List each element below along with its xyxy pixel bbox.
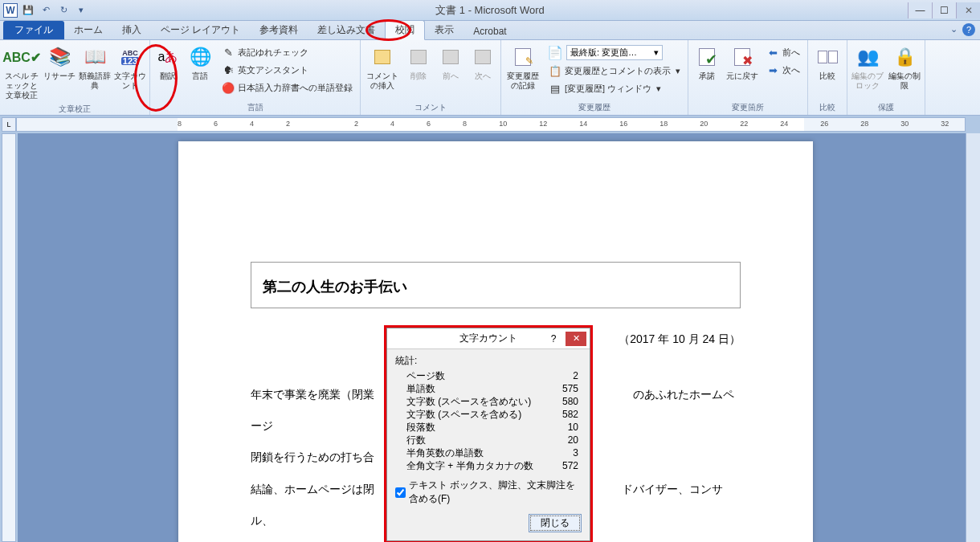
include-footnotes-label: テキスト ボックス、脚注、文末脚注を含める(F) [409, 479, 582, 506]
show-markup-button[interactable]: 📋変更履歴とコメントの表示▾ [545, 62, 684, 79]
ruler-tick: 26 [820, 120, 828, 128]
tab-view[interactable]: 表示 [425, 21, 463, 39]
stat-value: 580 [562, 395, 578, 408]
help-icon[interactable]: ? [962, 23, 975, 36]
tab-selector[interactable]: L [2, 117, 16, 132]
display-mode-combo[interactable]: 最終版: 変更箇…▾ [566, 45, 663, 60]
ruler-tick: 24 [780, 120, 788, 128]
prev-comment-button[interactable]: 前へ [435, 42, 466, 84]
prev-change-button[interactable]: ⬅前へ [763, 43, 803, 61]
prev-comment-label: 前へ [443, 71, 459, 81]
tab-pagelayout[interactable]: ページ レイアウト [151, 21, 250, 39]
group-protect: 👥 編集のブロック 🔒 編集の制限 保護 [847, 40, 925, 115]
consistency-button[interactable]: ✎表記ゆれチェック [218, 43, 356, 61]
dialog-help-button[interactable]: ? [545, 333, 562, 344]
ruler-tick: 6 [427, 120, 431, 128]
tab-home[interactable]: ホーム [64, 21, 112, 39]
compare-button[interactable]: 比較 [811, 42, 844, 84]
insert-comment-button[interactable]: コメントの挿入 [363, 42, 402, 93]
include-footnotes-checkbox[interactable]: テキスト ボックス、脚注、文末脚注を含める(F) [395, 479, 582, 506]
display-mode-value: 最終版: 変更箇… [570, 47, 637, 59]
spellcheck-button[interactable]: ABC✔ スペル チェックと文章校正 [2, 42, 41, 103]
title-bar: W 💾 ↶ ↻ ▾ 文書 1 - Microsoft Word — ☐ ✕ [0, 0, 980, 21]
thesaurus-button[interactable]: 📖 類義語辞典 [78, 42, 112, 93]
delete-comment-label: 削除 [410, 71, 427, 81]
ruler-tick: 4 [250, 120, 254, 128]
stat-label: 全角文字 + 半角カタカナの数 [406, 459, 533, 472]
maximize-button[interactable]: ☐ [932, 2, 956, 18]
track-changes-button[interactable]: ✎ 変更履歴の記録 [504, 42, 542, 93]
minimize-button[interactable]: — [908, 2, 932, 18]
ruler-tick: 28 [860, 120, 868, 128]
group-language-label: 言語 [153, 101, 357, 114]
save-icon[interactable]: 💾 [21, 3, 35, 18]
reviewing-pane-button[interactable]: ▤[変更履歴] ウィンドウ▾ [545, 79, 684, 97]
next-comment-icon [470, 44, 496, 70]
track-changes-label: 変更履歴の記録 [504, 71, 541, 91]
chevron-down-icon: ▾ [676, 66, 680, 76]
vertical-ruler[interactable] [2, 133, 16, 542]
eng-assistant-icon: 🗣 [222, 63, 235, 76]
eng-assistant-button[interactable]: 🗣英文アシスタント [218, 61, 356, 79]
delete-comment-button[interactable]: 削除 [403, 42, 434, 84]
accept-button[interactable]: ✔ 承諾 [691, 42, 723, 84]
stat-value: 572 [562, 459, 578, 472]
group-comments: コメントの挿入 削除 前へ 次へ コメント [361, 40, 501, 115]
restrict-editing-button[interactable]: 🔒 編集の制限 [887, 42, 922, 93]
redo-icon[interactable]: ↻ [56, 3, 71, 18]
spellcheck-label: スペル チェックと文章校正 [3, 71, 40, 100]
next-change-button[interactable]: ➡次へ [763, 61, 803, 79]
next-comment-label: 次へ [475, 71, 491, 81]
horizontal-ruler[interactable]: 8642246810121416182022242628303234363840… [16, 117, 966, 132]
restrict-editing-icon: 🔒 [892, 44, 917, 70]
stat-row: 行数20 [395, 434, 582, 446]
ime-register-button[interactable]: 🔴日本語入力辞書への単語登録 [218, 79, 356, 96]
group-compare: 比較 比較 [808, 40, 847, 115]
compare-label: 比較 [819, 71, 835, 81]
group-tracking: ✎ 変更履歴の記録 📄 最終版: 変更箇…▾ 📋変更履歴とコメントの表示▾ ▤[… [501, 40, 688, 115]
vertical-scrollbar[interactable] [966, 133, 980, 542]
insert-comment-label: コメントの挿入 [364, 71, 401, 91]
stat-value: 10 [568, 421, 578, 434]
thesaurus-icon: 📖 [82, 44, 108, 70]
next-comment-button[interactable]: 次へ [468, 42, 498, 84]
delete-comment-icon [406, 44, 431, 70]
reject-button[interactable]: ✖ 元に戻す [725, 42, 760, 84]
stat-value: 3 [573, 446, 578, 459]
reviewing-pane-icon: ▤ [549, 82, 561, 95]
stat-label: 文字数 (スペースを含める) [406, 408, 521, 421]
language-button[interactable]: 🌐 言語 [185, 42, 215, 84]
research-button[interactable]: 📚 リサーチ [43, 42, 76, 84]
stat-label: 半角英数の単語数 [406, 446, 484, 459]
qat-customize-icon[interactable]: ▾ [74, 3, 88, 18]
tab-references[interactable]: 参考資料 [250, 21, 308, 39]
translate-button[interactable]: aあ 翻訳 [153, 42, 183, 84]
stat-row: 文字数 (スペースを含めない)580 [395, 395, 582, 408]
tab-mailings[interactable]: 差し込み文書 [308, 21, 385, 39]
group-compare-label: 比較 [811, 101, 844, 114]
stat-label: 行数 [406, 434, 426, 446]
undo-icon[interactable]: ↶ [39, 3, 53, 18]
stat-row: 半角英数の単語数3 [395, 446, 582, 459]
dialog-close-button[interactable]: ✕ [566, 332, 586, 346]
include-footnotes-input[interactable] [395, 487, 406, 498]
tab-acrobat[interactable]: Acrobat [463, 23, 516, 39]
block-authors-label: 編集のブロック [851, 71, 884, 91]
ruler-tick: 10 [499, 120, 507, 128]
accept-icon: ✔ [694, 44, 720, 70]
quick-access-toolbar: W 💾 ↶ ↻ ▾ [0, 3, 88, 18]
ime-register-icon: 🔴 [222, 81, 235, 94]
block-authors-button[interactable]: 👥 編集のブロック [850, 42, 885, 93]
dialog-titlebar[interactable]: 文字カウント ? ✕ [387, 328, 590, 349]
wordcount-button[interactable]: ABC 123 文字カウント [113, 42, 147, 93]
block-authors-icon: 👥 [855, 44, 880, 70]
word-logo-icon: W [3, 3, 18, 18]
translate-icon: aあ [155, 44, 181, 70]
tab-review[interactable]: 校閲 [385, 20, 425, 40]
file-tab[interactable]: ファイル [3, 21, 64, 39]
collapse-ribbon-icon[interactable]: ⌄ [950, 24, 958, 35]
dialog-close-ok-button[interactable]: 閉じる [529, 514, 582, 532]
tab-insert[interactable]: 挿入 [112, 21, 151, 39]
close-button[interactable]: ✕ [956, 2, 980, 18]
next-change-label: 次へ [782, 64, 800, 76]
